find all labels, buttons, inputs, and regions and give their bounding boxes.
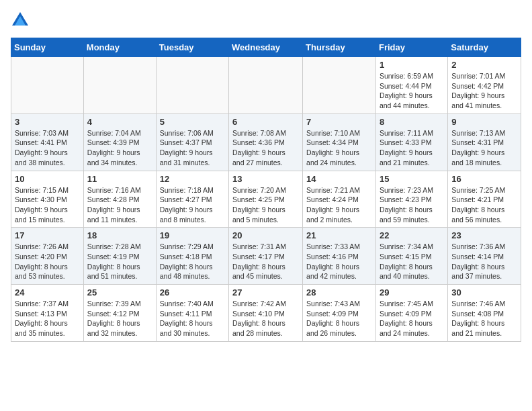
day-info: Sunrise: 7:31 AM Sunset: 4:17 PM Dayligh… <box>232 242 299 281</box>
day-info: Sunrise: 7:20 AM Sunset: 4:25 PM Dayligh… <box>232 185 299 225</box>
day-number: 2 <box>451 60 517 70</box>
day-number: 15 <box>380 174 444 184</box>
calendar-cell: 16Sunrise: 7:25 AM Sunset: 4:21 PM Dayli… <box>448 171 521 228</box>
day-number: 23 <box>451 230 517 240</box>
day-info: Sunrise: 7:28 AM Sunset: 4:19 PM Dayligh… <box>87 242 152 281</box>
calendar-cell: 28Sunrise: 7:43 AM Sunset: 4:09 PM Dayli… <box>303 285 376 342</box>
calendar-cell <box>303 57 376 114</box>
day-info: Sunrise: 7:23 AM Sunset: 4:23 PM Dayligh… <box>380 185 444 225</box>
calendar-cell: 24Sunrise: 7:37 AM Sunset: 4:13 PM Dayli… <box>11 285 84 342</box>
day-info: Sunrise: 7:01 AM Sunset: 4:42 PM Dayligh… <box>451 71 517 111</box>
calendar-cell: 10Sunrise: 7:15 AM Sunset: 4:30 PM Dayli… <box>11 171 84 228</box>
day-number: 12 <box>160 174 225 184</box>
calendar-cell <box>229 57 303 114</box>
day-info: Sunrise: 7:18 AM Sunset: 4:27 PM Dayligh… <box>160 185 225 225</box>
day-info: Sunrise: 7:40 AM Sunset: 4:11 PM Dayligh… <box>160 299 225 338</box>
calendar-cell: 9Sunrise: 7:13 AM Sunset: 4:31 PM Daylig… <box>448 113 521 171</box>
day-number: 27 <box>232 287 299 298</box>
header <box>11 11 521 30</box>
calendar-cell: 6Sunrise: 7:08 AM Sunset: 4:36 PM Daylig… <box>229 113 303 171</box>
day-of-week-friday: Friday <box>375 38 447 57</box>
day-number: 25 <box>87 287 152 298</box>
calendar-cell: 2Sunrise: 7:01 AM Sunset: 4:42 PM Daylig… <box>448 57 521 114</box>
day-number: 29 <box>380 287 444 298</box>
day-of-week-thursday: Thursday <box>303 38 376 57</box>
calendar-cell: 1Sunrise: 6:59 AM Sunset: 4:44 PM Daylig… <box>375 57 447 114</box>
calendar-cell: 21Sunrise: 7:33 AM Sunset: 4:16 PM Dayli… <box>303 228 376 285</box>
day-number: 22 <box>380 230 444 240</box>
day-info: Sunrise: 7:25 AM Sunset: 4:21 PM Dayligh… <box>451 185 517 225</box>
day-number: 13 <box>232 174 299 184</box>
day-info: Sunrise: 7:04 AM Sunset: 4:39 PM Dayligh… <box>87 128 152 168</box>
calendar-cell: 20Sunrise: 7:31 AM Sunset: 4:17 PM Dayli… <box>229 228 303 285</box>
day-of-week-tuesday: Tuesday <box>156 38 228 57</box>
day-info: Sunrise: 7:37 AM Sunset: 4:13 PM Dayligh… <box>15 299 80 338</box>
week-row-3: 10Sunrise: 7:15 AM Sunset: 4:30 PM Dayli… <box>11 171 521 228</box>
day-number: 19 <box>160 230 225 240</box>
calendar-cell: 23Sunrise: 7:36 AM Sunset: 4:14 PM Dayli… <box>448 228 521 285</box>
day-of-week-saturday: Saturday <box>448 38 521 57</box>
day-number: 21 <box>306 230 372 240</box>
day-info: Sunrise: 7:03 AM Sunset: 4:41 PM Dayligh… <box>15 128 80 168</box>
day-info: Sunrise: 7:45 AM Sunset: 4:09 PM Dayligh… <box>380 299 444 338</box>
day-info: Sunrise: 7:08 AM Sunset: 4:36 PM Dayligh… <box>232 128 299 168</box>
day-number: 20 <box>232 230 299 240</box>
calendar-cell: 3Sunrise: 7:03 AM Sunset: 4:41 PM Daylig… <box>11 113 84 171</box>
day-info: Sunrise: 7:21 AM Sunset: 4:24 PM Dayligh… <box>306 185 372 225</box>
calendar-cell: 12Sunrise: 7:18 AM Sunset: 4:27 PM Dayli… <box>156 171 228 228</box>
day-info: Sunrise: 7:06 AM Sunset: 4:37 PM Dayligh… <box>160 128 225 168</box>
day-info: Sunrise: 7:29 AM Sunset: 4:18 PM Dayligh… <box>160 242 225 281</box>
calendar-cell: 14Sunrise: 7:21 AM Sunset: 4:24 PM Dayli… <box>303 171 376 228</box>
calendar-cell: 22Sunrise: 7:34 AM Sunset: 4:15 PM Dayli… <box>375 228 447 285</box>
logo <box>11 11 32 30</box>
day-info: Sunrise: 7:42 AM Sunset: 4:10 PM Dayligh… <box>232 299 299 338</box>
calendar-cell: 29Sunrise: 7:45 AM Sunset: 4:09 PM Dayli… <box>375 285 447 342</box>
day-info: Sunrise: 7:43 AM Sunset: 4:09 PM Dayligh… <box>306 299 372 338</box>
calendar-cell: 26Sunrise: 7:40 AM Sunset: 4:11 PM Dayli… <box>156 285 228 342</box>
day-number: 9 <box>451 117 517 127</box>
day-number: 24 <box>15 287 80 298</box>
calendar-cell: 27Sunrise: 7:42 AM Sunset: 4:10 PM Dayli… <box>229 285 303 342</box>
day-info: Sunrise: 7:26 AM Sunset: 4:20 PM Dayligh… <box>15 242 80 281</box>
calendar-cell: 30Sunrise: 7:46 AM Sunset: 4:08 PM Dayli… <box>448 285 521 342</box>
day-info: Sunrise: 7:36 AM Sunset: 4:14 PM Dayligh… <box>451 242 517 281</box>
day-number: 5 <box>160 117 225 127</box>
calendar-cell: 15Sunrise: 7:23 AM Sunset: 4:23 PM Dayli… <box>375 171 447 228</box>
day-number: 11 <box>87 174 152 184</box>
calendar-cell: 25Sunrise: 7:39 AM Sunset: 4:12 PM Dayli… <box>83 285 156 342</box>
day-number: 10 <box>15 174 80 184</box>
day-number: 4 <box>87 117 152 127</box>
calendar-cell: 7Sunrise: 7:10 AM Sunset: 4:34 PM Daylig… <box>303 113 376 171</box>
calendar-cell: 11Sunrise: 7:16 AM Sunset: 4:28 PM Dayli… <box>83 171 156 228</box>
day-number: 14 <box>306 174 372 184</box>
calendar-cell: 5Sunrise: 7:06 AM Sunset: 4:37 PM Daylig… <box>156 113 228 171</box>
calendar-cell <box>11 57 84 114</box>
calendar-cell <box>156 57 228 114</box>
day-number: 26 <box>160 287 225 298</box>
day-info: Sunrise: 7:13 AM Sunset: 4:31 PM Dayligh… <box>451 128 517 168</box>
calendar-cell: 19Sunrise: 7:29 AM Sunset: 4:18 PM Dayli… <box>156 228 228 285</box>
calendar: SundayMondayTuesdayWednesdayThursdayFrid… <box>11 38 521 342</box>
day-number: 8 <box>380 117 444 127</box>
day-number: 1 <box>380 60 444 70</box>
day-info: Sunrise: 7:46 AM Sunset: 4:08 PM Dayligh… <box>451 299 517 338</box>
day-of-week-sunday: Sunday <box>11 38 84 57</box>
day-info: Sunrise: 7:33 AM Sunset: 4:16 PM Dayligh… <box>306 242 372 281</box>
day-number: 7 <box>306 117 372 127</box>
week-row-4: 17Sunrise: 7:26 AM Sunset: 4:20 PM Dayli… <box>11 228 521 285</box>
week-row-2: 3Sunrise: 7:03 AM Sunset: 4:41 PM Daylig… <box>11 113 521 171</box>
day-number: 30 <box>451 287 517 298</box>
logo-icon <box>11 11 30 30</box>
calendar-cell: 8Sunrise: 7:11 AM Sunset: 4:33 PM Daylig… <box>375 113 447 171</box>
day-number: 6 <box>232 117 299 127</box>
day-number: 3 <box>15 117 80 127</box>
calendar-cell: 17Sunrise: 7:26 AM Sunset: 4:20 PM Dayli… <box>11 228 84 285</box>
calendar-cell: 4Sunrise: 7:04 AM Sunset: 4:39 PM Daylig… <box>83 113 156 171</box>
week-row-1: 1Sunrise: 6:59 AM Sunset: 4:44 PM Daylig… <box>11 57 521 114</box>
day-info: Sunrise: 7:16 AM Sunset: 4:28 PM Dayligh… <box>87 185 152 225</box>
day-info: Sunrise: 7:39 AM Sunset: 4:12 PM Dayligh… <box>87 299 152 338</box>
day-info: Sunrise: 6:59 AM Sunset: 4:44 PM Dayligh… <box>380 71 444 111</box>
day-info: Sunrise: 7:15 AM Sunset: 4:30 PM Dayligh… <box>15 185 80 225</box>
day-of-week-monday: Monday <box>83 38 156 57</box>
calendar-cell: 18Sunrise: 7:28 AM Sunset: 4:19 PM Dayli… <box>83 228 156 285</box>
